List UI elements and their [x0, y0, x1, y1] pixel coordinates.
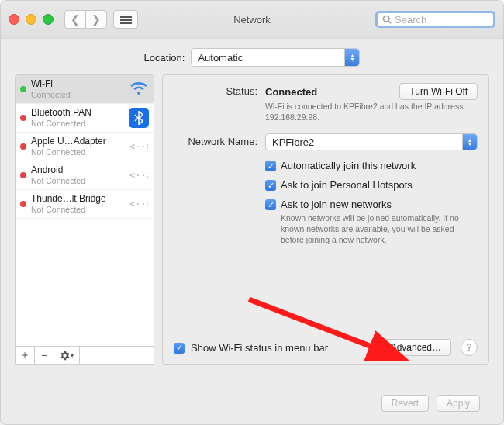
show-all-button[interactable]	[113, 10, 138, 29]
status-dot-icon	[20, 172, 26, 178]
status-label: Status:	[174, 83, 257, 123]
titlebar: ❮ ❯ Network Search	[1, 1, 503, 39]
sidebar-item-android[interactable]: Android Not Connected <··>	[16, 161, 154, 190]
status-hint: Wi-Fi is connected to KPFibre2 and has t…	[265, 102, 478, 123]
ask-hotspot-label: Ask to join Personal Hotspots	[281, 179, 413, 191]
svg-line-1	[388, 21, 391, 23]
sidebar-item-usb-adapter[interactable]: Apple U…Adapter Not Connected <··>	[16, 133, 154, 161]
ask-new-label: Ask to join new networks	[281, 199, 392, 210]
ask-new-hint: Known networks will be joined automatica…	[281, 213, 478, 245]
zoom-icon[interactable]	[43, 14, 54, 25]
search-field[interactable]: Search	[375, 11, 495, 28]
service-text: Bluetooth PAN Not Connected	[31, 108, 124, 128]
window-footer-actions: Revert Apply	[381, 395, 480, 412]
search-icon	[382, 15, 392, 24]
service-text: Android Not Connected	[31, 165, 124, 185]
show-menubar-label: Show Wi-Fi status in menu bar	[191, 342, 328, 354]
ethernet-icon: <··>	[129, 165, 149, 185]
ask-new-row: ✓ Ask to join new networks Known network…	[265, 199, 478, 245]
stepper-icon: ▲▼	[344, 49, 359, 66]
service-sub: Not Connected	[31, 147, 124, 157]
wifi-icon	[129, 79, 149, 99]
minus-icon: −	[41, 349, 47, 361]
ask-new-checkbox[interactable]: ✓	[265, 199, 276, 210]
traffic-lights	[9, 14, 54, 25]
service-name: Apple U…Adapter	[31, 136, 124, 147]
details-pane: Status: Connected Turn Wi-Fi Off Wi-Fi i…	[162, 74, 489, 365]
service-text: Thunde…lt Bridge Not Connected	[31, 194, 124, 214]
bluetooth-icon	[129, 108, 149, 128]
service-name: Wi-Fi	[31, 79, 124, 90]
svg-text:<··>: <··>	[129, 170, 148, 181]
ask-hotspot-checkbox[interactable]: ✓	[265, 180, 276, 191]
close-icon[interactable]	[9, 14, 19, 25]
ask-new-group: Ask to join new networks Known networks …	[281, 199, 478, 245]
details-footer-row: ✓ Show Wi-Fi status in menu bar Advanced…	[174, 339, 478, 356]
grid-icon	[120, 16, 132, 24]
plus-icon: ＋	[19, 348, 30, 362]
service-sub: Not Connected	[31, 205, 124, 214]
service-sub: Not Connected	[31, 119, 124, 128]
search-placeholder: Search	[395, 14, 426, 26]
sidebar-item-thunderbolt[interactable]: Thunde…lt Bridge Not Connected <··>	[16, 190, 154, 219]
svg-text:<··>: <··>	[129, 141, 148, 152]
network-name-row: Network Name: KPFibre2 ▲▼	[174, 133, 478, 150]
svg-point-0	[384, 16, 390, 22]
help-icon: ?	[467, 342, 472, 353]
network-prefs-window: ❮ ❯ Network Search Location: Automatic ▲…	[0, 0, 504, 425]
remove-service-button[interactable]: −	[35, 347, 54, 364]
service-name: Android	[31, 165, 124, 176]
service-sub: Connected	[31, 90, 124, 99]
svg-text:<··>: <··>	[129, 199, 148, 209]
status-value-area: Connected Turn Wi-Fi Off Wi-Fi is connec…	[265, 83, 478, 123]
service-name: Bluetooth PAN	[31, 108, 124, 119]
service-text: Wi-Fi Connected	[31, 79, 124, 99]
status-row: Status: Connected Turn Wi-Fi Off Wi-Fi i…	[174, 83, 478, 123]
show-menubar-checkbox[interactable]: ✓	[174, 343, 185, 354]
network-name-select[interactable]: KPFibre2 ▲▼	[265, 133, 478, 150]
sidebar-item-bluetooth[interactable]: Bluetooth PAN Not Connected	[16, 104, 154, 133]
status-dot-icon	[20, 201, 26, 207]
ethernet-icon: <··>	[129, 194, 149, 214]
apply-button[interactable]: Apply	[437, 395, 480, 412]
sidebar-footer: ＋ − ▾	[16, 346, 154, 364]
sidebar-item-wifi[interactable]: Wi-Fi Connected	[16, 75, 154, 104]
network-name-value: KPFibre2	[272, 136, 314, 148]
auto-join-label: Automatically join this network	[281, 160, 416, 171]
advanced-button[interactable]: Advanced…	[381, 339, 451, 356]
network-name-label: Network Name:	[174, 133, 257, 150]
add-service-button[interactable]: ＋	[16, 347, 35, 364]
minimize-icon[interactable]	[26, 14, 36, 25]
nav-back-forward: ❮ ❯	[64, 10, 107, 29]
turn-wifi-off-button[interactable]: Turn Wi-Fi Off	[399, 83, 478, 100]
back-button[interactable]: ❮	[64, 10, 85, 29]
ethernet-icon: <··>	[129, 136, 149, 157]
main-area: Wi-Fi Connected Bluetooth PAN Not Connec…	[1, 74, 503, 374]
forward-button[interactable]: ❯	[85, 10, 107, 29]
service-sub: Not Connected	[31, 176, 124, 185]
location-row: Location: Automatic ▲▼	[1, 39, 503, 74]
service-name: Thunde…lt Bridge	[31, 194, 124, 205]
status-dot-icon	[20, 143, 26, 150]
help-button[interactable]: ?	[461, 339, 478, 356]
services-list: Wi-Fi Connected Bluetooth PAN Not Connec…	[16, 75, 154, 346]
service-text: Apple U…Adapter Not Connected	[31, 136, 124, 157]
location-value: Automatic	[198, 52, 243, 64]
services-sidebar: Wi-Fi Connected Bluetooth PAN Not Connec…	[15, 74, 154, 365]
location-select[interactable]: Automatic ▲▼	[191, 48, 360, 67]
service-actions-button[interactable]: ▾	[54, 347, 80, 364]
ask-hotspot-row: ✓ Ask to join Personal Hotspots	[265, 179, 478, 191]
status-dot-icon	[20, 115, 26, 121]
auto-join-row: ✓ Automatically join this network	[265, 160, 478, 171]
revert-button[interactable]: Revert	[381, 395, 429, 412]
status-value: Connected	[265, 86, 317, 98]
status-dot-icon	[20, 86, 26, 92]
network-name-value-area: KPFibre2 ▲▼	[265, 133, 478, 150]
stepper-icon: ▲▼	[462, 134, 477, 150]
auto-join-checkbox[interactable]: ✓	[265, 161, 276, 171]
location-label: Location:	[144, 52, 185, 64]
gear-icon: ▾	[60, 351, 74, 361]
